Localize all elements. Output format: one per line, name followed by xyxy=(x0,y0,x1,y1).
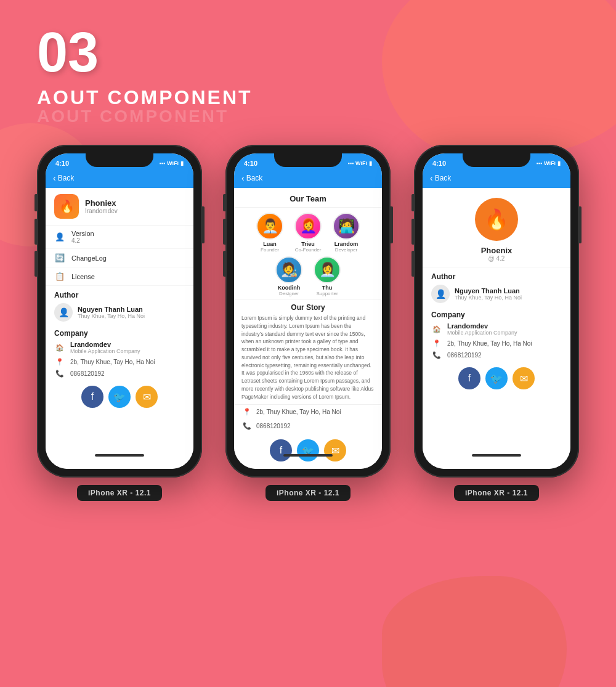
avatar-thu: 👩‍💼 xyxy=(314,256,341,283)
avatar-lrandom: 🧑‍💻 xyxy=(333,213,360,240)
volume-down-2 xyxy=(223,251,225,277)
address-row-2: 📍 2b, Thuy Khue, Tay Ho, Ha Noi xyxy=(234,405,382,419)
company-address-1: 2b, Thuy Khue, Tay Ho, Ha Noi xyxy=(70,359,155,365)
profile-logo-3: 🔥 xyxy=(475,198,518,241)
team-grid-2: 👨‍💼 Luan Founder 👩‍🦰 Trieu Co-Founder 🧑 xyxy=(234,208,382,299)
section-title: AOUT COMPONENT xyxy=(37,86,579,109)
section-number: 03 xyxy=(37,25,579,80)
app-dev-1: Irandomdev xyxy=(85,208,118,214)
building-icon-3: 🏠 xyxy=(431,325,442,333)
volume-up-3 xyxy=(411,219,414,245)
company-address-row-3: 📍 2b, Thuy Khue, Tay Ho, Ha Noi xyxy=(423,338,570,349)
home-bar-2 xyxy=(283,454,333,457)
name-luan: Luan xyxy=(263,241,277,247)
volume-up-2 xyxy=(223,219,225,245)
back-button-3[interactable]: ‹ Back xyxy=(430,173,451,183)
twitter-btn-2[interactable]: 🐦 xyxy=(297,439,319,461)
team-title-2: Our Team xyxy=(234,188,382,208)
version-row-1: 👤 Version 4.2 xyxy=(46,226,193,249)
phone-label-1: iPhone XR - 12.1 xyxy=(77,485,162,501)
back-button-2[interactable]: ‹ Back xyxy=(241,173,262,183)
email-btn-2[interactable]: ✉ xyxy=(324,439,346,461)
author-location-1: Thuy Khue, Tay Ho, Ha Noi xyxy=(78,313,145,319)
author-avatar-1: 👤 xyxy=(54,303,73,322)
nav-bar-3: ‹ Back xyxy=(423,171,570,188)
company-phone-3: 0868120192 xyxy=(447,352,482,359)
phones-container: 4:10 ▪▪▪ WiFi ▮ ‹ Back xyxy=(37,145,579,501)
company-address-row-1: 📍 2b, Thuy Khue, Tay Ho, Ha Noi xyxy=(46,356,193,368)
name-thu: Thu xyxy=(322,285,333,291)
changelog-label-1: ChangeLog xyxy=(71,254,107,262)
iphone-screen-3: 4:10 ▪▪▪ WiFi ▮ ‹ Back xyxy=(423,153,570,469)
company-phone-row-3: 📞 0868120192 xyxy=(423,349,570,361)
power-button-2 xyxy=(391,206,393,243)
location-icon-1: 📍 xyxy=(54,358,65,366)
role-koodinh: Designer xyxy=(279,291,299,296)
company-label-3: Company xyxy=(423,306,570,320)
phone-row-2: 📞 0868120192 xyxy=(234,419,382,433)
role-luan: Founder xyxy=(261,247,279,253)
volume-up-1 xyxy=(34,219,37,245)
company-phone-1: 0868120192 xyxy=(70,370,105,377)
changelog-row-1[interactable]: 🔄 ChangeLog xyxy=(46,249,193,267)
phone-icon-1: 📞 xyxy=(54,370,65,378)
iphone-frame-3: 4:10 ▪▪▪ WiFi ▮ ‹ Back xyxy=(414,145,579,478)
status-icons-3: ▪▪▪ WiFi ▮ xyxy=(537,160,561,166)
app-details-1: Phoniex Irandomdev xyxy=(85,198,118,214)
facebook-btn-3[interactable]: f xyxy=(458,367,480,389)
story-text-2: Lorem Ipsum is simply dummy text of the … xyxy=(234,314,382,405)
home-bar-3 xyxy=(472,454,521,457)
name-koodinh: Koodinh xyxy=(278,285,301,291)
avatar-trieu: 👩‍🦰 xyxy=(294,213,322,240)
author-name-1: Nguyen Thanh Luan xyxy=(78,306,145,313)
notch-3 xyxy=(463,153,530,167)
mute-button-1 xyxy=(34,194,37,211)
phone-label-3: iPhone XR - 12.1 xyxy=(454,485,539,501)
phone-icon-3: 📞 xyxy=(431,351,442,359)
author-row-1: 👤 Nguyen Thanh Luan Thuy Khue, Tay Ho, H… xyxy=(46,301,193,324)
license-row-1[interactable]: 📋 License xyxy=(46,267,193,286)
email-btn-3[interactable]: ✉ xyxy=(513,367,535,389)
company-phone-row-1: 📞 0868120192 xyxy=(46,368,193,380)
signal-icon-1: ▪▪▪ xyxy=(160,160,166,166)
back-arrow-1: ‹ xyxy=(53,173,56,183)
status-icons-1: ▪▪▪ WiFi ▮ xyxy=(160,160,184,166)
screen-content-1: 🔥 Phoniex Irandomdev 👤 Version 4.2 xyxy=(46,188,193,469)
main-content: 03 AOUT COMPONENT AOUT COMPONENT 4:10 ▪▪… xyxy=(0,0,616,519)
volume-down-1 xyxy=(34,251,37,277)
facebook-btn-1[interactable]: f xyxy=(81,386,103,408)
status-time-2: 4:10 xyxy=(244,160,257,167)
nav-bar-2: ‹ Back xyxy=(234,171,382,188)
facebook-btn-2[interactable]: f xyxy=(270,439,292,461)
phone-1-wrapper: 4:10 ▪▪▪ WiFi ▮ ‹ Back xyxy=(37,145,202,501)
screen-content-3: 🔥 Phoenix @ 4.2 Author 👤 Nguyen Thanh Lu… xyxy=(423,188,570,469)
author-avatar-3: 👤 xyxy=(431,285,450,303)
story-title-2: Our Story xyxy=(234,299,382,314)
version-value-1: 4.2 xyxy=(71,237,94,244)
version-label-1: Version xyxy=(71,230,94,237)
team-member-koodinh: 🧑‍🎨 Koodinh Designer xyxy=(272,256,306,296)
changelog-icon-1: 🔄 xyxy=(54,253,65,262)
app-name-1: Phoniex xyxy=(85,198,118,208)
iphone-screen-2: 4:10 ▪▪▪ WiFi ▮ ‹ Back xyxy=(234,153,382,469)
email-btn-1[interactable]: ✉ xyxy=(136,386,158,408)
back-label-2: Back xyxy=(246,174,263,182)
signal-icon-3: ▪▪▪ xyxy=(537,160,543,166)
twitter-btn-3[interactable]: 🐦 xyxy=(485,367,508,389)
social-row-1: f 🐦 ✉ xyxy=(46,380,193,414)
home-bar-1 xyxy=(95,454,144,457)
back-label-1: Back xyxy=(58,174,75,182)
twitter-btn-1[interactable]: 🐦 xyxy=(108,386,131,408)
volume-down-3 xyxy=(411,251,414,277)
phone-3-wrapper: 4:10 ▪▪▪ WiFi ▮ ‹ Back xyxy=(414,145,579,501)
author-label-1: Author xyxy=(46,286,193,301)
location-icon-3: 📍 xyxy=(431,339,442,348)
social-row-2: f 🐦 ✉ xyxy=(234,433,382,468)
status-icons-2: ▪▪▪ WiFi ▮ xyxy=(348,160,373,166)
team-member-luan: 👨‍💼 Luan Founder xyxy=(253,213,287,253)
back-button-1[interactable]: ‹ Back xyxy=(53,173,74,183)
company-sub-3: Mobile Application Company xyxy=(447,330,517,336)
app-info-row-1: 🔥 Phoniex Irandomdev xyxy=(46,188,193,226)
avatar-luan: 👨‍💼 xyxy=(256,213,283,240)
wifi-icon-1: WiFi xyxy=(167,160,179,166)
